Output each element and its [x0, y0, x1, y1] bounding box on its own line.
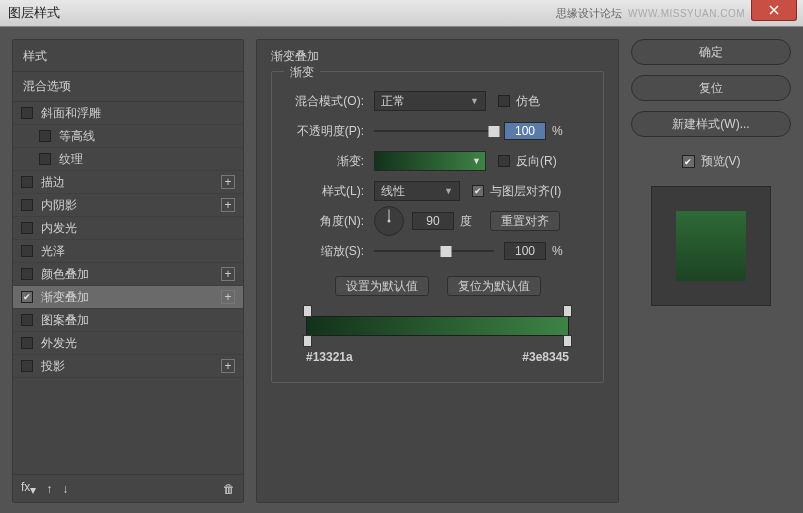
style-checkbox[interactable]	[21, 245, 33, 257]
blendmode-label: 混合模式(O):	[288, 93, 374, 110]
preview-swatch	[676, 211, 746, 281]
scale-slider[interactable]	[374, 244, 494, 258]
blend-options-header[interactable]: 混合选项	[13, 72, 243, 102]
style-label: 外发光	[41, 335, 235, 352]
action-panel: 确定 复位 新建样式(W)... 预览(V)	[631, 39, 791, 503]
reverse-checkbox[interactable]	[498, 155, 510, 167]
style-row-描边[interactable]: 描边+	[13, 171, 243, 194]
new-style-button[interactable]: 新建样式(W)...	[631, 111, 791, 137]
cancel-button[interactable]: 复位	[631, 75, 791, 101]
style-list: 斜面和浮雕等高线纹理描边+内阴影+内发光光泽颜色叠加+渐变叠加+图案叠加外发光投…	[13, 102, 243, 474]
gradient-label: 渐变:	[288, 153, 374, 170]
options-panel: 渐变叠加 渐变 混合模式(O): 正常▼ 仿色 不透明度(P): 100 % 渐…	[256, 39, 619, 503]
trash-icon[interactable]: 🗑	[223, 482, 235, 496]
reset-align-button[interactable]: 重置对齐	[490, 211, 560, 231]
style-checkbox[interactable]	[21, 291, 33, 303]
dither-checkbox[interactable]	[498, 95, 510, 107]
titlebar-right: 思缘设计论坛 WWW.MISSYUAN.COM	[556, 6, 803, 21]
style-row-外发光[interactable]: 外发光	[13, 332, 243, 355]
hex-left: #13321a	[306, 350, 353, 364]
opacity-stop-left[interactable]	[303, 305, 312, 317]
angle-field[interactable]: 90	[412, 212, 454, 230]
preview-box	[651, 186, 771, 306]
add-effect-icon[interactable]: +	[221, 359, 235, 373]
style-checkbox[interactable]	[21, 222, 33, 234]
style-label: 光泽	[41, 243, 235, 260]
chevron-down-icon: ▼	[470, 96, 479, 106]
dither-label: 仿色	[516, 93, 540, 110]
move-up-icon[interactable]: ↑	[46, 482, 52, 496]
preview-checkbox[interactable]	[682, 155, 695, 168]
style-row-光泽[interactable]: 光泽	[13, 240, 243, 263]
scale-field[interactable]: 100	[504, 242, 546, 260]
group-title: 渐变	[284, 64, 320, 81]
ok-button[interactable]: 确定	[631, 39, 791, 65]
close-button[interactable]	[751, 0, 797, 21]
style-checkbox[interactable]	[39, 153, 51, 165]
angle-unit: 度	[460, 213, 472, 230]
style-checkbox[interactable]	[21, 337, 33, 349]
move-down-icon[interactable]: ↓	[62, 482, 68, 496]
set-default-button[interactable]: 设置为默认值	[335, 276, 429, 296]
hex-right: #3e8345	[522, 350, 569, 364]
angle-label: 角度(N):	[288, 213, 374, 230]
style-checkbox[interactable]	[21, 199, 33, 211]
style-row-内发光[interactable]: 内发光	[13, 217, 243, 240]
gradient-group: 渐变 混合模式(O): 正常▼ 仿色 不透明度(P): 100 % 渐变: ▼ …	[271, 71, 604, 383]
angle-dial[interactable]	[374, 206, 404, 236]
add-effect-icon[interactable]: +	[221, 267, 235, 281]
style-label: 内阴影	[41, 197, 221, 214]
style-row-图案叠加[interactable]: 图案叠加	[13, 309, 243, 332]
window-title: 图层样式	[8, 4, 60, 22]
gradient-picker[interactable]: ▼	[374, 151, 486, 171]
style-checkbox[interactable]	[21, 268, 33, 280]
percent-unit: %	[552, 124, 563, 138]
add-effect-icon[interactable]: +	[221, 175, 235, 189]
styles-panel: 样式 混合选项 斜面和浮雕等高线纹理描边+内阴影+内发光光泽颜色叠加+渐变叠加+…	[12, 39, 244, 503]
align-checkbox[interactable]	[472, 185, 484, 197]
chevron-down-icon: ▼	[472, 156, 481, 166]
preview-toggle-row: 预览(V)	[631, 153, 791, 170]
style-label: 等高线	[59, 128, 235, 145]
style-label: 投影	[41, 358, 221, 375]
add-effect-icon[interactable]: +	[221, 198, 235, 212]
style-row-渐变叠加[interactable]: 渐变叠加+	[13, 286, 243, 309]
style-row-内阴影[interactable]: 内阴影+	[13, 194, 243, 217]
style-row-等高线[interactable]: 等高线	[13, 125, 243, 148]
opacity-field[interactable]: 100	[504, 122, 546, 140]
style-checkbox[interactable]	[21, 314, 33, 326]
fx-menu[interactable]: fx▾	[21, 480, 36, 497]
style-checkbox[interactable]	[39, 130, 51, 142]
reset-default-button[interactable]: 复位为默认值	[447, 276, 541, 296]
preview-label: 预览(V)	[701, 153, 741, 170]
style-label: 图案叠加	[41, 312, 235, 329]
color-stop-right[interactable]	[563, 335, 572, 347]
add-effect-icon[interactable]: +	[221, 290, 235, 304]
watermark-text: 思缘设计论坛	[556, 6, 622, 21]
style-label: 纹理	[59, 151, 235, 168]
watermark-url: WWW.MISSYUAN.COM	[628, 8, 745, 19]
style-checkbox[interactable]	[21, 176, 33, 188]
style-row-颜色叠加[interactable]: 颜色叠加+	[13, 263, 243, 286]
style-checkbox[interactable]	[21, 107, 33, 119]
opacity-label: 不透明度(P):	[288, 123, 374, 140]
style-row-纹理[interactable]: 纹理	[13, 148, 243, 171]
opacity-slider[interactable]	[374, 124, 494, 138]
scale-label: 缩放(S):	[288, 243, 374, 260]
styles-header[interactable]: 样式	[13, 40, 243, 72]
close-icon	[769, 5, 779, 15]
color-stop-left[interactable]	[303, 335, 312, 347]
style-checkbox[interactable]	[21, 360, 33, 372]
style-row-投影[interactable]: 投影+	[13, 355, 243, 378]
style-label: 渐变叠加	[41, 289, 221, 306]
style-label: 斜面和浮雕	[41, 105, 235, 122]
style-label: 样式(L):	[288, 183, 374, 200]
style-row-斜面和浮雕[interactable]: 斜面和浮雕	[13, 102, 243, 125]
style-select[interactable]: 线性▼	[374, 181, 460, 201]
blendmode-select[interactable]: 正常▼	[374, 91, 486, 111]
gradient-bar[interactable]	[306, 316, 569, 336]
dialog-body: 样式 混合选项 斜面和浮雕等高线纹理描边+内阴影+内发光光泽颜色叠加+渐变叠加+…	[0, 27, 803, 513]
opacity-stop-right[interactable]	[563, 305, 572, 317]
chevron-down-icon: ▼	[444, 186, 453, 196]
gradient-editor: #13321a #3e8345	[288, 316, 587, 364]
